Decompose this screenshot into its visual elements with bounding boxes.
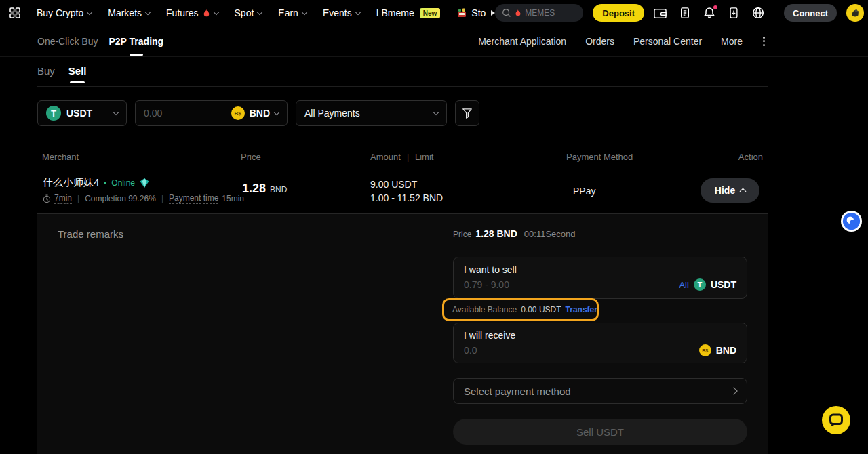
payments-select[interactable]: All Payments xyxy=(296,100,447,126)
flame-icon xyxy=(203,9,210,18)
price-value: 1.28 xyxy=(242,182,266,196)
merchant-name[interactable]: 什么小师妹4 xyxy=(43,176,99,189)
link-more[interactable]: More xyxy=(721,36,743,47)
chevron-down-icon xyxy=(145,9,151,14)
nav-earn[interactable]: Earn xyxy=(278,7,307,18)
payments-select-value: All Payments xyxy=(304,108,360,119)
verified-badge-icon xyxy=(140,178,149,188)
sell-amount-box: I want to sell All T USDT xyxy=(453,257,747,299)
filter-button[interactable] xyxy=(455,100,479,126)
secondary-navigation: One-Click Buy P2P Trading Merchant Appli… xyxy=(0,26,868,57)
available-balance-highlight: Available Balance 0.00 USDT Transfer xyxy=(442,298,599,321)
search-icon xyxy=(502,8,511,18)
nav-sto[interactable]: Sto xyxy=(456,7,495,18)
trade-remarks-label: Trade remarks xyxy=(58,228,123,240)
quest-widget-icon xyxy=(841,211,862,232)
col-payment-method: Payment Method xyxy=(566,152,633,162)
nav-buy-crypto[interactable]: Buy Crypto xyxy=(37,7,92,18)
all-button[interactable]: All xyxy=(679,280,688,290)
tab-one-click-buy[interactable]: One-Click Buy xyxy=(37,36,98,47)
col-action: Action xyxy=(738,152,763,162)
notification-dot xyxy=(713,5,717,9)
link-personal-center[interactable]: Personal Center xyxy=(633,36,702,47)
avg-release-time: 7min xyxy=(54,193,72,204)
sell-amount-label: I want to sell xyxy=(464,264,736,275)
transfer-link[interactable]: Transfer xyxy=(566,305,597,314)
apps-grid-icon[interactable] xyxy=(9,7,20,18)
side-tabs: Buy Sell xyxy=(37,65,87,83)
top-nav-left: Buy Crypto Markets Futures Spot Earn xyxy=(9,7,495,18)
completion-rate: Completion 99.26% xyxy=(85,194,156,203)
nav-spot[interactable]: Spot xyxy=(235,7,262,18)
nav-events-label: Events xyxy=(323,7,352,18)
slot-machine-icon xyxy=(456,7,467,18)
sell-amount-input[interactable] xyxy=(464,279,679,290)
nav-markets-label: Markets xyxy=(108,7,142,18)
price-value: 1.28 BND xyxy=(475,228,517,239)
merchant-stats: 7min | Completion 99.26% | Payment time … xyxy=(43,193,244,204)
filter-row: T USDT B$ BND All Payments xyxy=(37,100,479,126)
chevron-down-icon xyxy=(113,109,119,115)
link-orders[interactable]: Orders xyxy=(585,36,614,47)
chat-bubble-icon xyxy=(821,405,851,435)
connect-wallet-button[interactable]: Connect xyxy=(784,4,837,22)
select-payment-method[interactable]: Select payment method xyxy=(453,378,747,404)
nav-events[interactable]: Events xyxy=(323,7,360,18)
notification-bell-icon[interactable] xyxy=(703,7,715,19)
chevron-up-icon xyxy=(740,188,747,195)
live-chat-button[interactable] xyxy=(821,405,851,438)
col-merchant: Merchant xyxy=(42,152,79,162)
app-download-icon[interactable] xyxy=(728,7,739,19)
amount-filter: B$ BND xyxy=(135,100,288,126)
nav-futures[interactable]: Futures xyxy=(166,7,218,18)
link-merchant-application[interactable]: Merchant Application xyxy=(478,36,566,47)
chevron-down-icon xyxy=(355,9,360,14)
table-row: 什么小师妹4 Online 7min | Completion 99.26% |… xyxy=(37,171,768,210)
receive-fiat-label: BND xyxy=(716,345,736,356)
offer-amount: 9.00 USDT xyxy=(370,179,417,190)
divider: | xyxy=(407,152,409,162)
nav-lbmeme[interactable]: LBmeme New xyxy=(376,7,441,18)
asset-select-value: USDT xyxy=(66,108,92,119)
price-timer-bar: Price 1.28 BND 00:11Second xyxy=(453,228,575,239)
col-price: Price xyxy=(241,152,261,162)
sell-usdt-button[interactable]: Sell USDT xyxy=(453,419,747,445)
deposit-button[interactable]: Deposit xyxy=(593,4,644,22)
search-box[interactable] xyxy=(495,4,583,22)
language-globe-icon[interactable] xyxy=(752,7,764,19)
document-icon[interactable] xyxy=(679,7,690,19)
receive-amount-label: I will receive xyxy=(464,330,736,341)
nav-futures-label: Futures xyxy=(166,7,198,18)
tab-buy[interactable]: Buy xyxy=(37,65,55,83)
nav-sto-label: Sto xyxy=(471,7,486,18)
nav-buy-crypto-label: Buy Crypto xyxy=(37,7,83,18)
receive-amount-input[interactable] xyxy=(464,345,699,356)
tab-sell[interactable]: Sell xyxy=(68,65,87,83)
subnav-left: One-Click Buy P2P Trading xyxy=(37,36,163,47)
sell-asset-label: USDT xyxy=(711,279,736,290)
nav-markets[interactable]: Markets xyxy=(108,7,150,18)
price-unit: BND xyxy=(270,185,287,194)
available-balance-label: Available Balance xyxy=(452,305,517,314)
divider xyxy=(37,86,768,87)
merchant-identity: 什么小师妹4 Online xyxy=(43,176,149,189)
wallet-icon[interactable] xyxy=(654,7,667,19)
hide-button[interactable]: Hide xyxy=(701,178,760,203)
chevron-down-icon xyxy=(433,109,439,115)
p2p-trading-page: Buy Crypto Markets Futures Spot Earn xyxy=(0,0,868,454)
divider: | xyxy=(75,194,81,203)
available-balance-value: 0.00 USDT xyxy=(521,305,561,314)
fiat-select[interactable]: B$ BND xyxy=(231,106,279,120)
payment-time-label: Payment time xyxy=(169,193,218,204)
side-widget-button[interactable] xyxy=(841,211,862,234)
more-menu-icon[interactable] xyxy=(762,35,766,47)
trade-panel: Trade remarks Price 1.28 BND 00:11Second… xyxy=(37,213,768,454)
amount-input[interactable] xyxy=(144,108,205,119)
search-input[interactable] xyxy=(525,8,576,18)
online-dot xyxy=(104,182,106,184)
user-avatar[interactable] xyxy=(846,4,864,22)
asset-select[interactable]: T USDT xyxy=(37,100,127,126)
tab-p2p-trading[interactable]: P2P Trading xyxy=(108,36,163,47)
header-icons xyxy=(654,7,764,19)
col-amount: Amount xyxy=(370,152,401,162)
